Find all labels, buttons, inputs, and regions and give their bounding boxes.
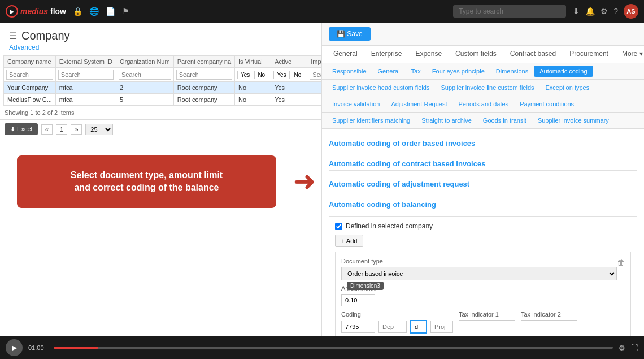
subtab-line-custom-fields[interactable]: Supplier invoice line custom fields [435,82,539,93]
coding-dim3[interactable] [410,320,427,334]
filter-ext-id[interactable] [58,70,114,80]
tab-expense[interactable]: Expense [408,46,449,63]
sub-tab-row-3: Invoice validation Adjustment Request Pe… [322,96,644,113]
callout-box: Select document type, amount limitand co… [17,155,276,208]
sub-tab-row-2: Supplier invoice head custom fields Supp… [322,80,644,96]
cell-active: Yes [271,94,307,106]
per-page-select[interactable]: 25 50 100 [85,124,113,135]
video-bar: ▶ 01:00 ⚙ ⛶ [0,336,644,359]
coding-inputs [341,320,453,334]
tab-more[interactable]: More ▾ [615,46,644,63]
user-avatar[interactable]: AS [624,4,638,19]
prev-page-button[interactable]: « [41,124,53,135]
section-order-based[interactable]: Automatic coding of order based invoices [329,135,637,150]
cell-virtual: No [235,94,271,106]
active-filter: Yes No [273,71,304,79]
active-yes[interactable]: Yes [273,71,289,79]
download-icon[interactable]: ⬇ [573,7,580,16]
cell-timestamp [307,82,321,94]
coding-tax-row: Coding Tax indicator 1 [341,311,625,334]
virtual-no[interactable]: No [254,71,268,79]
fullscreen-icon[interactable]: ⛶ [631,344,638,352]
advanced-link[interactable]: Advanced [9,44,39,51]
filter-parent[interactable] [176,70,232,80]
nav-icon-flag[interactable]: ⚑ [122,7,129,16]
amount-limit-input[interactable] [341,294,375,306]
help-icon[interactable]: ? [613,7,618,16]
settings-icon[interactable]: ⚙ [601,7,608,16]
progress-bar[interactable] [54,347,613,349]
subtab-exception-types[interactable]: Exception types [540,82,595,93]
left-lower: Select document type, amount limitand co… [0,139,321,225]
video-settings-icon[interactable]: ⚙ [619,344,625,352]
subtab-adjustment-request[interactable]: Adjustment Request [385,98,452,110]
subtab-invoice-validation[interactable]: Invoice validation [327,98,385,110]
coding-label: Coding [341,311,453,318]
right-top-bar: 💾 Save [322,23,644,46]
subtab-head-custom-fields[interactable]: Supplier invoice head custom fields [327,82,435,93]
subtab-payment-conditions[interactable]: Payment conditions [514,98,580,110]
table-row[interactable]: Your Company mfca 2 Root company No Yes [4,82,322,94]
coding-dep[interactable] [378,321,407,333]
tab-custom-fields[interactable]: Custom fields [449,46,503,63]
defined-company-checkbox[interactable] [335,223,342,230]
subtab-goods-transit[interactable]: Goods in transit [477,115,532,126]
cell-company: Your Company [4,82,56,94]
col-company-name: Company name [4,56,56,68]
subtab-supplier-identifiers[interactable]: Supplier identifiers matching [327,115,416,126]
play-button[interactable]: ▶ [6,339,23,356]
section-adjustment[interactable]: Automatic coding of adjustment request [329,175,637,191]
subtab-responsible[interactable]: Responsible [327,66,372,77]
nav-icon-globe[interactable]: 🌐 [89,7,99,16]
right-panel: 💾 Save General Enterprise Expense Custom… [322,23,644,336]
cell-org-num: 2 [116,82,174,94]
virtual-yes[interactable]: Yes [237,71,253,79]
delete-icon[interactable]: 🗑 [617,258,625,267]
sub-tab-row-1: Responsible General Tax Four eyes princi… [322,63,644,80]
section-contract-based[interactable]: Automatic coding of contract based invoi… [329,155,637,171]
table-row[interactable]: MediusFlow C... mfca 5 Root company No Y… [4,94,322,106]
notifications-icon[interactable]: 🔔 [585,7,595,16]
subtab-tax[interactable]: Tax [406,66,427,77]
tab-procurement[interactable]: Procurement [563,46,615,63]
progress-fill [54,347,98,349]
subtab-invoice-summary[interactable]: Supplier invoice summary [532,115,615,126]
save-button[interactable]: 💾 Save [329,27,371,41]
coding-proj[interactable] [430,321,453,333]
tax-indicator2-input[interactable] [521,320,577,332]
add-button[interactable]: + Add [335,235,363,247]
page-number: 1 [56,124,67,135]
tab-general[interactable]: General [327,46,364,63]
subtab-dimensions[interactable]: Dimensions [490,66,534,77]
filter-company[interactable] [6,70,53,80]
next-page-button[interactable]: » [71,124,82,135]
nav-icon-file[interactable]: 📄 [106,7,115,16]
filter-org-num[interactable] [119,70,171,80]
cell-parent: Root company [173,94,234,106]
tab-contract-based[interactable]: Contract based [503,46,563,63]
hamburger-icon[interactable]: ☰ [9,31,17,41]
filter-timestamp[interactable] [310,70,321,80]
document-type-select[interactable]: Order based invoice Contract based invoi… [341,267,617,280]
cell-company: MediusFlow C... [4,94,56,106]
active-no[interactable]: No [291,71,305,79]
subtab-automatic-coding[interactable]: Automatic coding [534,66,593,77]
tax-indicator2-label: Tax indicator 2 [521,311,577,318]
tab-enterprise[interactable]: Enterprise [364,46,409,63]
coding-account[interactable] [341,321,375,333]
nav-icon-lock[interactable]: 🔒 [73,7,82,16]
subtab-general[interactable]: General [372,66,406,77]
subtab-four-eyes[interactable]: Four eyes principle [427,66,490,77]
cell-org-num: 5 [116,94,174,106]
subtab-straight-archive[interactable]: Straight to archive [416,115,477,126]
tax-indicator1-input[interactable] [459,320,515,332]
excel-button[interactable]: ⬇ Excel [5,123,38,135]
balancing-section: Defined in selected company + Add 🗑 Docu… [329,216,637,336]
col-parent: Parent company na [173,56,234,68]
section-balancing[interactable]: Automatic coding of balancing [329,196,637,211]
content-area: Automatic coding of order based invoices… [322,129,644,336]
search-input[interactable] [453,5,566,18]
subtab-periods-dates[interactable]: Periods and dates [452,98,514,110]
cell-virtual: No [235,82,271,94]
coding-group: Coding [341,311,453,334]
